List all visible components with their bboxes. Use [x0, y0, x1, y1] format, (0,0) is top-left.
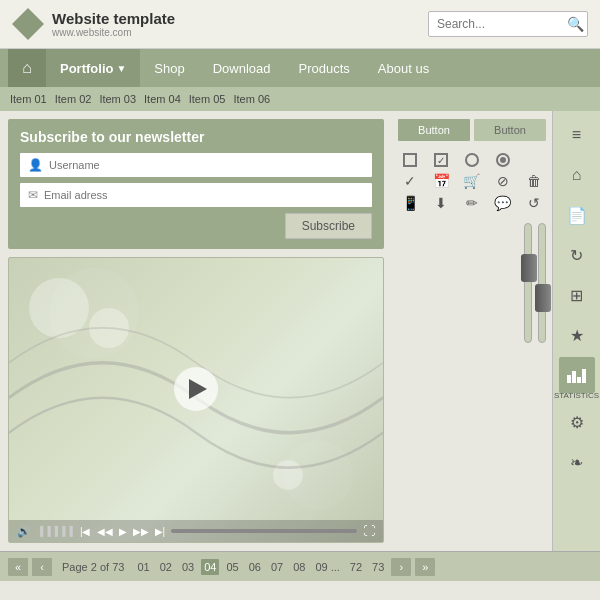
svg-rect-1 — [572, 371, 576, 383]
button-1[interactable]: Button — [398, 119, 470, 141]
nav-item-aboutus[interactable]: About us — [364, 49, 443, 87]
nav-item-download[interactable]: Download — [199, 49, 285, 87]
spacer — [398, 223, 518, 543]
nav-label: Products — [299, 61, 350, 76]
page-08[interactable]: 08 — [290, 559, 308, 575]
radio-empty-icon[interactable] — [460, 153, 485, 167]
trash-icon[interactable]: 🗑 — [521, 173, 546, 189]
subnav-item-01[interactable]: Item 01 — [10, 93, 47, 105]
last-page-button[interactable]: » — [415, 558, 435, 576]
subnav-item-04[interactable]: Item 04 — [144, 93, 181, 105]
logo-text: Website template www.website.com — [52, 10, 175, 38]
search-icon: 🔍 — [567, 16, 584, 32]
subnav-item-05[interactable]: Item 05 — [189, 93, 226, 105]
logo-icon — [12, 8, 44, 40]
button-2[interactable]: Button — [474, 119, 546, 141]
dashboard-icon[interactable]: ⊘ — [490, 173, 515, 189]
checkmark-icon[interactable]: ✓ — [398, 173, 423, 189]
subnav-item-02[interactable]: Item 02 — [55, 93, 92, 105]
page-07[interactable]: 07 — [268, 559, 286, 575]
page-05[interactable]: 05 — [223, 559, 241, 575]
sidebar-menu-icon[interactable]: ≡ — [559, 117, 595, 153]
volume-icon[interactable]: 🔊 — [17, 525, 31, 538]
slider-track-1[interactable] — [524, 223, 532, 343]
newsletter-title: Subscribe to our newsletter — [20, 129, 372, 145]
sidebar-settings-icon[interactable]: ⚙ — [559, 404, 595, 440]
page-01[interactable]: 01 — [134, 559, 152, 575]
nav-label: Download — [213, 61, 271, 76]
page-73[interactable]: 73 — [369, 559, 387, 575]
video-controls: 🔊 ▐▐▐▐▐ |◀ ◀◀ ▶ ▶▶ ▶| ⛶ — [9, 520, 383, 542]
email-input[interactable] — [44, 189, 364, 201]
nav-item-products[interactable]: Products — [285, 49, 364, 87]
logo-url: www.website.com — [52, 27, 175, 38]
checkbox-empty-icon[interactable] — [398, 153, 423, 167]
placeholder-icon-1 — [521, 153, 546, 167]
svg-rect-2 — [577, 377, 581, 383]
first-page-button[interactable]: « — [8, 558, 28, 576]
prev-page-button[interactable]: ‹ — [32, 558, 52, 576]
play-icon — [189, 379, 207, 399]
sidebar-share-icon[interactable]: ❧ — [559, 444, 595, 480]
play-button[interactable] — [174, 367, 218, 411]
pencil-icon[interactable]: ✏ — [460, 195, 485, 211]
refresh-icon[interactable]: ↺ — [521, 195, 546, 211]
sidebar-statistics-icon[interactable] — [559, 357, 595, 393]
page-72[interactable]: 72 — [347, 559, 365, 575]
subnav-item-03[interactable]: Item 03 — [99, 93, 136, 105]
logo-title: Website template — [52, 10, 175, 27]
sliders-area — [398, 223, 546, 543]
search-box[interactable]: 🔍 — [428, 11, 588, 37]
page-04[interactable]: 04 — [201, 559, 219, 575]
email-field[interactable]: ✉ — [20, 183, 372, 207]
skip-forward-icon[interactable]: ▶| — [155, 526, 166, 537]
rewind-icon[interactable]: ◀◀ — [97, 526, 113, 537]
nav-label: About us — [378, 61, 429, 76]
fullscreen-icon[interactable]: ⛶ — [363, 524, 375, 538]
subnav-item-06[interactable]: Item 06 — [233, 93, 270, 105]
sidebar-statistics-label: STATISTICS — [554, 391, 599, 400]
page-info: Page 2 of 73 — [62, 561, 124, 573]
calendar-icon[interactable]: 📅 — [429, 173, 454, 189]
page-03[interactable]: 03 — [179, 559, 197, 575]
right-panel: Button Button ✓ ✓ 📅 🛒 ⊘ 🗑 📱 ⬇ ✏ 💬 ↺ — [392, 111, 552, 551]
sidebar-right: ≡ ⌂ 📄 ↻ ⊞ ★ STATISTICS ⚙ ❧ — [552, 111, 600, 551]
play-ctrl-icon[interactable]: ▶ — [119, 526, 127, 537]
checkbox-checked-icon[interactable]: ✓ — [429, 153, 454, 167]
slider-handle-1[interactable] — [521, 254, 537, 282]
sidebar-star-icon[interactable]: ★ — [559, 317, 595, 353]
skip-back-icon[interactable]: |◀ — [80, 526, 91, 537]
page-06[interactable]: 06 — [246, 559, 264, 575]
chat-icon[interactable]: 💬 — [490, 195, 515, 211]
subnav: Item 01 Item 02 Item 03 Item 04 Item 05 … — [0, 87, 600, 111]
progress-bar[interactable] — [171, 529, 357, 533]
radio-filled-icon[interactable] — [490, 153, 515, 167]
sidebar-grid-icon[interactable]: ⊞ — [559, 277, 595, 313]
nav-item-portfolio[interactable]: Portfolio ▼ — [46, 49, 140, 87]
slider-handle-2[interactable] — [535, 284, 551, 312]
page-09[interactable]: 09 ... — [312, 559, 342, 575]
fastforward-icon[interactable]: ▶▶ — [133, 526, 149, 537]
video-content — [9, 258, 383, 520]
header: Website template www.website.com 🔍 — [0, 0, 600, 49]
search-input[interactable] — [437, 17, 567, 31]
page-02[interactable]: 02 — [157, 559, 175, 575]
cart-icon[interactable]: 🛒 — [460, 173, 485, 189]
sidebar-home-icon[interactable]: ⌂ — [559, 157, 595, 193]
newsletter-section: Subscribe to our newsletter 👤 ✉ Subscrib… — [8, 119, 384, 249]
nav-home-button[interactable]: ⌂ — [8, 49, 46, 87]
sidebar-page-icon[interactable]: 📄 — [559, 197, 595, 233]
left-content: Subscribe to our newsletter 👤 ✉ Subscrib… — [0, 111, 392, 551]
sidebar-refresh-icon[interactable]: ↻ — [559, 237, 595, 273]
next-page-button[interactable]: › — [391, 558, 411, 576]
slider-track-2[interactable] — [538, 223, 546, 343]
subscribe-button[interactable]: Subscribe — [285, 213, 372, 239]
sidebar-stats-container[interactable]: STATISTICS — [554, 357, 599, 400]
email-icon: ✉ — [28, 188, 38, 202]
svg-rect-0 — [567, 375, 571, 383]
download-icon[interactable]: ⬇ — [429, 195, 454, 211]
tablet-icon[interactable]: 📱 — [398, 195, 423, 211]
username-field[interactable]: 👤 — [20, 153, 372, 177]
nav-item-shop[interactable]: Shop — [140, 49, 198, 87]
username-input[interactable] — [49, 159, 364, 171]
